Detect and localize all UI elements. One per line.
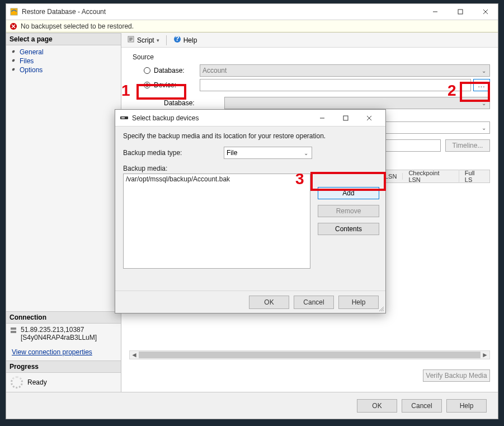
dialog-side-buttons: Add Remove Contents	[318, 187, 379, 235]
chevron-down-icon: ⌄	[304, 150, 309, 156]
device-radio[interactable]	[144, 82, 150, 88]
chevron-down-icon: ⌄	[482, 68, 487, 74]
dialog-close-button[interactable]	[357, 110, 381, 126]
database-radio[interactable]	[144, 67, 150, 74]
page-general[interactable]: General	[6, 48, 121, 57]
svg-rect-2	[458, 10, 463, 14]
window-buttons	[422, 4, 498, 20]
minimize-button[interactable]	[422, 4, 448, 20]
dialog-description: Specify the backup media and its locatio…	[123, 132, 378, 140]
database-label: Database:	[133, 99, 224, 107]
svg-text:?: ?	[175, 35, 179, 43]
help-button[interactable]: Help	[446, 399, 487, 413]
view-connection-properties-link[interactable]: View connection properties	[6, 344, 121, 361]
scroll-right-icon[interactable]: ►	[482, 351, 488, 359]
window-title: Restore Database - Account	[22, 8, 422, 16]
dialog-cancel-button[interactable]: Cancel	[294, 296, 334, 309]
timeline-button[interactable]: Timeline...	[445, 139, 490, 152]
svg-rect-16	[343, 116, 348, 120]
dialog-help-button[interactable]: Help	[338, 296, 379, 309]
remove-button[interactable]: Remove	[318, 205, 379, 217]
page-label: Options	[20, 66, 43, 74]
help-label: Help	[183, 36, 197, 44]
dialog-titlebar: Select backup devices	[115, 110, 385, 127]
warning-text: No backupset selected to be restored.	[21, 22, 134, 30]
source-device-row: Device: ...	[133, 78, 490, 92]
media-type-combo[interactable]: File ⌄	[224, 147, 312, 159]
progress-status: Ready	[27, 378, 47, 386]
progress-row: Ready	[6, 373, 121, 392]
contents-button[interactable]: Contents	[318, 223, 379, 235]
progress-spinner-icon	[11, 376, 23, 388]
server-icon	[10, 326, 17, 334]
source-database-combo[interactable]: Account ⌄	[200, 64, 490, 77]
backup-sets-table-header: LSN Checkpoint LSN Full LS	[379, 170, 490, 183]
dialog-title: Select backup devices	[132, 114, 310, 122]
horizontal-scrollbar[interactable]: ◄ ►	[129, 350, 490, 359]
browse-device-button[interactable]: ...	[473, 79, 490, 91]
add-button[interactable]: Add	[318, 187, 379, 199]
user-name: [S4y0N4RAP4raB3LLuM]	[21, 334, 97, 341]
source-database-row: Database: Account ⌄	[133, 63, 490, 78]
restore-database-combo[interactable]: ⌄	[224, 97, 490, 109]
wrench-icon	[10, 58, 16, 64]
server-address: 51.89.235.213,10387	[21, 326, 97, 334]
dialog-footer: OK Cancel Help	[115, 291, 385, 313]
window-footer: OK Cancel Help	[6, 392, 498, 419]
source-header: Source	[133, 53, 490, 61]
page-label: Files	[20, 57, 34, 65]
resize-grip-icon[interactable]	[378, 305, 384, 312]
select-page-header: Select a page	[6, 33, 121, 45]
dialog-icon	[120, 114, 129, 122]
page-list: General Files Options	[6, 45, 121, 77]
svg-rect-9	[11, 331, 16, 333]
script-button[interactable]: Script ▾	[125, 34, 162, 46]
svg-line-21	[383, 310, 384, 311]
maximize-button[interactable]	[448, 4, 473, 20]
chevron-down-icon: ⌄	[482, 100, 487, 106]
col-full-ls: Full LS	[459, 170, 489, 183]
titlebar: Restore Database - Account	[6, 4, 498, 20]
page-label: General	[20, 48, 44, 56]
script-label: Script	[137, 36, 154, 44]
connection-header: Connection	[6, 311, 121, 324]
col-checkpoint-lsn: Checkpoint LSN	[403, 170, 459, 183]
error-icon	[10, 22, 17, 30]
ellipsis-icon: ...	[478, 81, 485, 89]
source-database-value: Account	[202, 67, 227, 74]
svg-rect-14	[121, 117, 125, 118]
page-files[interactable]: Files	[6, 57, 121, 65]
database-radio-label: Database:	[154, 67, 185, 74]
dialog-minimize-button[interactable]	[310, 110, 334, 126]
verify-backup-media-button[interactable]: Verify Backup Media	[423, 369, 490, 382]
help-icon: ?	[173, 35, 181, 45]
device-radio-label: Device:	[154, 81, 176, 89]
media-type-label: Backup media type:	[123, 149, 224, 157]
select-backup-devices-dialog: Select backup devices Specify the backup…	[115, 109, 386, 313]
ok-button[interactable]: OK	[357, 399, 397, 413]
dialog-body: Specify the backup media and its locatio…	[115, 127, 385, 313]
chevron-down-icon: ⌄	[482, 125, 487, 131]
device-path-input[interactable]	[200, 79, 471, 91]
wrench-icon	[10, 49, 16, 55]
wrench-icon	[10, 67, 16, 73]
media-type-row: Backup media type: File ⌄	[123, 147, 378, 159]
source-db-row: Database: ⌄	[133, 96, 490, 110]
toolbar: Script ▾ ? Help	[121, 33, 498, 48]
cancel-button[interactable]: Cancel	[402, 399, 442, 413]
app-icon	[10, 7, 18, 16]
scroll-left-icon[interactable]: ◄	[131, 351, 138, 359]
media-type-value: File	[227, 149, 237, 157]
dialog-ok-button[interactable]: OK	[249, 296, 289, 309]
backup-media-list[interactable]: /var/opt/mssql/backup/Account.bak	[123, 174, 310, 269]
script-icon	[127, 35, 135, 45]
backup-media-item[interactable]: /var/opt/mssql/backup/Account.bak	[126, 175, 308, 183]
close-button[interactable]	[473, 4, 498, 20]
dialog-maximize-button[interactable]	[334, 110, 357, 126]
dropdown-arrow-icon: ▾	[157, 38, 159, 43]
backup-media-label: Backup media:	[123, 165, 378, 172]
help-button[interactable]: ? Help	[171, 34, 200, 46]
connection-info: 51.89.235.213,10387 [S4y0N4RAP4raB3LLuM]	[6, 324, 121, 344]
page-options[interactable]: Options	[6, 65, 121, 74]
progress-header: Progress	[6, 361, 121, 373]
